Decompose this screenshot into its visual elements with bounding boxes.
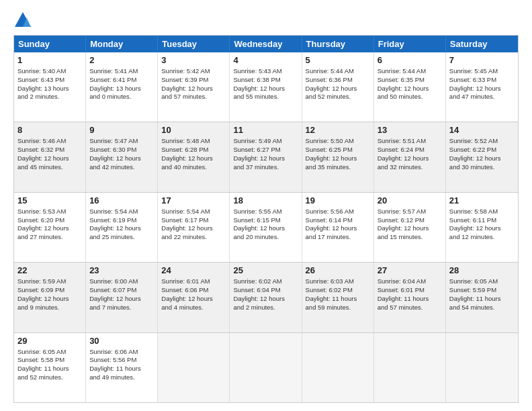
- calendar-cell: 12Sunrise: 5:50 AM Sunset: 6:25 PM Dayli…: [302, 122, 374, 191]
- calendar-cell: 14Sunrise: 5:52 AM Sunset: 6:22 PM Dayli…: [446, 122, 518, 191]
- calendar-cell: 22Sunrise: 5:59 AM Sunset: 6:09 PM Dayli…: [14, 263, 86, 332]
- header-day-sunday: Sunday: [14, 36, 86, 52]
- calendar-cell: 9Sunrise: 5:47 AM Sunset: 6:30 PM Daylig…: [86, 122, 158, 191]
- cell-text: Sunrise: 6:00 AM Sunset: 6:07 PM Dayligh…: [89, 277, 154, 312]
- logo-icon: [13, 11, 32, 30]
- day-number: 21: [449, 195, 515, 207]
- day-number: 9: [89, 125, 154, 136]
- calendar-cell: [158, 333, 230, 402]
- calendar-cell: 5Sunrise: 5:44 AM Sunset: 6:36 PM Daylig…: [302, 52, 374, 122]
- cell-text: Sunrise: 5:50 AM Sunset: 6:25 PM Dayligh…: [306, 137, 370, 171]
- cell-text: Sunrise: 5:52 AM Sunset: 6:22 PM Dayligh…: [449, 137, 515, 171]
- cell-text: Sunrise: 5:56 AM Sunset: 6:14 PM Dayligh…: [306, 208, 370, 242]
- calendar-cell: [302, 333, 374, 402]
- day-number: 3: [161, 55, 226, 66]
- cell-text: Sunrise: 6:06 AM Sunset: 5:56 PM Dayligh…: [89, 348, 154, 382]
- cell-text: Sunrise: 5:41 AM Sunset: 6:41 PM Dayligh…: [89, 67, 154, 101]
- calendar-cell: 27Sunrise: 6:04 AM Sunset: 6:01 PM Dayli…: [374, 263, 446, 332]
- calendar-cell: 24Sunrise: 6:01 AM Sunset: 6:06 PM Dayli…: [158, 263, 230, 332]
- day-number: 28: [449, 265, 515, 277]
- calendar-cell: 25Sunrise: 6:02 AM Sunset: 6:04 PM Dayli…: [230, 263, 302, 332]
- calendar-cell: 17Sunrise: 5:54 AM Sunset: 6:17 PM Dayli…: [158, 193, 230, 262]
- day-number: 2: [89, 55, 154, 66]
- calendar-cell: 7Sunrise: 5:45 AM Sunset: 6:33 PM Daylig…: [446, 52, 518, 122]
- day-number: 26: [306, 265, 370, 277]
- calendar-cell: [446, 333, 518, 402]
- calendar-cell: 26Sunrise: 6:03 AM Sunset: 6:02 PM Dayli…: [302, 263, 374, 332]
- cell-text: Sunrise: 5:45 AM Sunset: 6:33 PM Dayligh…: [449, 67, 515, 101]
- day-number: 17: [161, 195, 226, 207]
- day-number: 23: [89, 265, 154, 277]
- cell-text: Sunrise: 5:58 AM Sunset: 6:11 PM Dayligh…: [449, 208, 515, 242]
- cell-text: Sunrise: 6:05 AM Sunset: 5:59 PM Dayligh…: [449, 277, 515, 312]
- day-number: 19: [306, 195, 370, 207]
- calendar-body: 1Sunrise: 5:40 AM Sunset: 6:43 PM Daylig…: [14, 52, 518, 402]
- calendar-cell: 16Sunrise: 5:54 AM Sunset: 6:19 PM Dayli…: [86, 193, 158, 262]
- calendar-row-5: 29Sunrise: 6:05 AM Sunset: 5:58 PM Dayli…: [14, 332, 518, 402]
- day-number: 15: [17, 195, 82, 207]
- cell-text: Sunrise: 5:43 AM Sunset: 6:38 PM Dayligh…: [233, 67, 298, 101]
- header-day-tuesday: Tuesday: [158, 36, 230, 52]
- calendar-cell: 1Sunrise: 5:40 AM Sunset: 6:43 PM Daylig…: [14, 52, 86, 122]
- cell-text: Sunrise: 5:48 AM Sunset: 6:28 PM Dayligh…: [161, 137, 226, 171]
- cell-text: Sunrise: 5:42 AM Sunset: 6:39 PM Dayligh…: [161, 67, 226, 101]
- calendar-row-4: 22Sunrise: 5:59 AM Sunset: 6:09 PM Dayli…: [14, 262, 518, 332]
- day-number: 30: [89, 336, 154, 347]
- day-number: 29: [17, 336, 82, 347]
- calendar-cell: 21Sunrise: 5:58 AM Sunset: 6:11 PM Dayli…: [446, 193, 518, 262]
- calendar: SundayMondayTuesdayWednesdayThursdayFrid…: [13, 35, 519, 403]
- cell-text: Sunrise: 5:54 AM Sunset: 6:17 PM Dayligh…: [161, 208, 226, 242]
- calendar-row-2: 8Sunrise: 5:46 AM Sunset: 6:32 PM Daylig…: [14, 122, 518, 191]
- header-day-monday: Monday: [86, 36, 158, 52]
- day-number: 8: [17, 125, 82, 136]
- cell-text: Sunrise: 5:55 AM Sunset: 6:15 PM Dayligh…: [233, 208, 298, 242]
- calendar-cell: 4Sunrise: 5:43 AM Sunset: 6:38 PM Daylig…: [230, 52, 302, 122]
- day-number: 7: [449, 55, 515, 66]
- calendar-header: SundayMondayTuesdayWednesdayThursdayFrid…: [14, 36, 518, 52]
- header-day-saturday: Saturday: [446, 36, 518, 52]
- cell-text: Sunrise: 6:03 AM Sunset: 6:02 PM Dayligh…: [306, 277, 370, 312]
- day-number: 18: [233, 195, 298, 207]
- cell-text: Sunrise: 5:40 AM Sunset: 6:43 PM Dayligh…: [17, 67, 82, 101]
- day-number: 16: [89, 195, 154, 207]
- logo: [13, 11, 35, 30]
- day-number: 24: [161, 265, 226, 277]
- calendar-cell: 6Sunrise: 5:44 AM Sunset: 6:35 PM Daylig…: [374, 52, 446, 122]
- day-number: 22: [17, 265, 82, 277]
- day-number: 6: [378, 55, 442, 66]
- cell-text: Sunrise: 5:46 AM Sunset: 6:32 PM Dayligh…: [17, 137, 82, 171]
- calendar-cell: 28Sunrise: 6:05 AM Sunset: 5:59 PM Dayli…: [446, 263, 518, 332]
- day-number: 13: [378, 125, 442, 136]
- cell-text: Sunrise: 5:47 AM Sunset: 6:30 PM Dayligh…: [89, 137, 154, 171]
- calendar-cell: 19Sunrise: 5:56 AM Sunset: 6:14 PM Dayli…: [302, 193, 374, 262]
- cell-text: Sunrise: 5:54 AM Sunset: 6:19 PM Dayligh…: [89, 208, 154, 242]
- day-number: 5: [306, 55, 370, 66]
- calendar-cell: 13Sunrise: 5:51 AM Sunset: 6:24 PM Dayli…: [374, 122, 446, 191]
- calendar-cell: 2Sunrise: 5:41 AM Sunset: 6:41 PM Daylig…: [86, 52, 158, 122]
- header-day-thursday: Thursday: [302, 36, 374, 52]
- cell-text: Sunrise: 6:01 AM Sunset: 6:06 PM Dayligh…: [161, 277, 226, 312]
- calendar-cell: 15Sunrise: 5:53 AM Sunset: 6:20 PM Dayli…: [14, 193, 86, 262]
- calendar-cell: 10Sunrise: 5:48 AM Sunset: 6:28 PM Dayli…: [158, 122, 230, 191]
- day-number: 4: [233, 55, 298, 66]
- header-day-friday: Friday: [374, 36, 446, 52]
- cell-text: Sunrise: 5:53 AM Sunset: 6:20 PM Dayligh…: [17, 208, 82, 242]
- cell-text: Sunrise: 6:04 AM Sunset: 6:01 PM Dayligh…: [378, 277, 442, 312]
- calendar-cell: [230, 333, 302, 402]
- calendar-cell: [374, 333, 446, 402]
- cell-text: Sunrise: 5:57 AM Sunset: 6:12 PM Dayligh…: [378, 208, 442, 242]
- header-day-wednesday: Wednesday: [230, 36, 302, 52]
- calendar-cell: 23Sunrise: 6:00 AM Sunset: 6:07 PM Dayli…: [86, 263, 158, 332]
- calendar-cell: 18Sunrise: 5:55 AM Sunset: 6:15 PM Dayli…: [230, 193, 302, 262]
- cell-text: Sunrise: 6:02 AM Sunset: 6:04 PM Dayligh…: [233, 277, 298, 312]
- cell-text: Sunrise: 5:44 AM Sunset: 6:36 PM Dayligh…: [306, 67, 370, 101]
- cell-text: Sunrise: 6:05 AM Sunset: 5:58 PM Dayligh…: [17, 348, 82, 382]
- day-number: 10: [161, 125, 226, 136]
- calendar-cell: 20Sunrise: 5:57 AM Sunset: 6:12 PM Dayli…: [374, 193, 446, 262]
- calendar-cell: 30Sunrise: 6:06 AM Sunset: 5:56 PM Dayli…: [86, 333, 158, 402]
- calendar-row-1: 1Sunrise: 5:40 AM Sunset: 6:43 PM Daylig…: [14, 52, 518, 122]
- day-number: 1: [17, 55, 82, 66]
- day-number: 14: [449, 125, 515, 136]
- calendar-cell: 8Sunrise: 5:46 AM Sunset: 6:32 PM Daylig…: [14, 122, 86, 191]
- day-number: 20: [378, 195, 442, 207]
